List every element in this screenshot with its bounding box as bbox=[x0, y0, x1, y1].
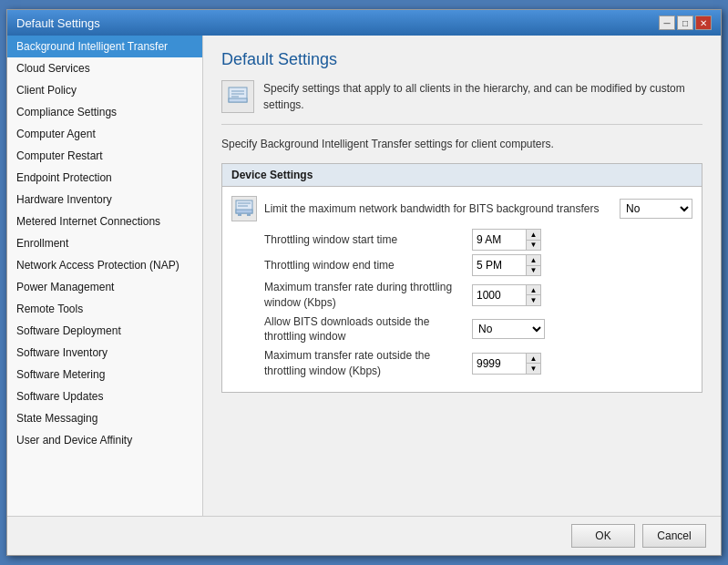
throttling-end-spinbox: ▲ ▼ bbox=[472, 254, 541, 276]
info-box: Specify settings that apply to all clien… bbox=[221, 80, 702, 125]
throttling-end-up-btn[interactable]: ▲ bbox=[526, 255, 540, 266]
max-transfer-throttling-btns: ▲ ▼ bbox=[526, 285, 540, 305]
allow-bits-select[interactable]: No Yes bbox=[472, 319, 545, 339]
sidebar-item-software-inventory[interactable]: Software Inventory bbox=[7, 342, 202, 364]
minimize-button[interactable]: ─ bbox=[659, 15, 675, 30]
sidebar-item-network-access-protection[interactable]: Network Access Protection (NAP) bbox=[7, 254, 202, 276]
max-transfer-throttling-row: Maximum transfer rate during throttling … bbox=[264, 280, 692, 311]
title-bar-buttons: ─ □ ✕ bbox=[659, 15, 712, 30]
throttling-end-label: Throttling window end time bbox=[264, 258, 465, 273]
svg-rect-10 bbox=[247, 213, 251, 216]
dialog-body: Background Intelligent TransferCloud Ser… bbox=[7, 36, 721, 516]
allow-bits-control: No Yes bbox=[472, 319, 545, 339]
max-transfer-outside-label: Maximum transfer rate outside the thrott… bbox=[264, 348, 465, 379]
sidebar-item-computer-restart[interactable]: Computer Restart bbox=[7, 145, 202, 167]
max-transfer-throttling-up-btn[interactable]: ▲ bbox=[526, 285, 540, 296]
description-text: Specify Background Intelligent Transfer … bbox=[221, 138, 702, 150]
throttling-end-down-btn[interactable]: ▼ bbox=[526, 266, 540, 276]
throttling-start-spinbox-btns: ▲ ▼ bbox=[526, 230, 540, 250]
max-transfer-outside-row: Maximum transfer rate outside the thrott… bbox=[264, 348, 692, 379]
throttling-start-row: Throttling window start time ▲ ▼ bbox=[264, 229, 692, 251]
max-transfer-outside-spinbox: ▲ ▼ bbox=[472, 353, 541, 375]
dialog-footer: OK Cancel bbox=[7, 516, 721, 555]
throttling-start-up-btn[interactable]: ▲ bbox=[526, 230, 540, 241]
ok-button[interactable]: OK bbox=[571, 524, 635, 548]
sidebar-item-enrollment[interactable]: Enrollment bbox=[7, 232, 202, 254]
bits-icon bbox=[231, 196, 257, 221]
settings-content: Limit the maximum network bandwidth for … bbox=[222, 187, 702, 392]
throttling-end-row: Throttling window end time ▲ ▼ bbox=[264, 254, 692, 276]
svg-rect-9 bbox=[238, 213, 241, 216]
sidebar-item-hardware-inventory[interactable]: Hardware Inventory bbox=[7, 189, 202, 211]
main-setting-control: No Yes bbox=[620, 199, 692, 219]
sidebar-item-compliance-settings[interactable]: Compliance Settings bbox=[7, 101, 202, 123]
throttling-start-input[interactable] bbox=[473, 230, 526, 250]
close-button[interactable]: ✕ bbox=[695, 15, 712, 30]
max-transfer-throttling-input[interactable] bbox=[473, 285, 526, 305]
sidebar-item-remote-tools[interactable]: Remote Tools bbox=[7, 298, 202, 320]
main-setting-row: Limit the maximum network bandwidth for … bbox=[231, 196, 692, 221]
max-transfer-outside-down-btn[interactable]: ▼ bbox=[526, 364, 540, 374]
sidebar-item-computer-agent[interactable]: Computer Agent bbox=[7, 123, 202, 145]
max-transfer-outside-input[interactable] bbox=[473, 354, 526, 374]
sidebar-item-client-policy[interactable]: Client Policy bbox=[7, 79, 202, 101]
sidebar-item-software-deployment[interactable]: Software Deployment bbox=[7, 320, 202, 342]
sidebar-item-state-messaging[interactable]: State Messaging bbox=[7, 407, 202, 429]
sidebar-item-power-management[interactable]: Power Management bbox=[7, 276, 202, 298]
sub-settings: Throttling window start time ▲ ▼ bbox=[231, 229, 692, 379]
allow-bits-label: Allow BITS downloads outside the throttl… bbox=[264, 314, 465, 345]
max-transfer-throttling-spinbox: ▲ ▼ bbox=[472, 284, 541, 306]
throttling-start-label: Throttling window start time bbox=[264, 232, 465, 248]
title-bar: Default Settings ─ □ ✕ bbox=[7, 10, 721, 36]
sidebar-item-software-updates[interactable]: Software Updates bbox=[7, 385, 202, 407]
sidebar-item-software-metering[interactable]: Software Metering bbox=[7, 364, 202, 385]
info-text: Specify settings that apply to all clien… bbox=[263, 80, 702, 113]
sidebar: Background Intelligent TransferCloud Ser… bbox=[7, 36, 203, 516]
cancel-button[interactable]: Cancel bbox=[642, 524, 706, 548]
throttling-start-down-btn[interactable]: ▼ bbox=[526, 241, 540, 251]
dialog-title: Default Settings bbox=[16, 16, 100, 30]
sidebar-item-metered-internet-connections[interactable]: Metered Internet Connections bbox=[7, 211, 202, 232]
main-content: Default Settings Specify settings that a… bbox=[203, 36, 721, 516]
maximize-button[interactable]: □ bbox=[677, 15, 693, 30]
throttling-end-input[interactable] bbox=[473, 255, 526, 275]
max-transfer-throttling-down-btn[interactable]: ▼ bbox=[526, 295, 540, 305]
throttling-start-spinbox: ▲ ▼ bbox=[472, 229, 541, 251]
max-transfer-outside-btns: ▲ ▼ bbox=[526, 354, 540, 374]
max-transfer-outside-up-btn[interactable]: ▲ bbox=[526, 354, 540, 365]
allow-bits-row: Allow BITS downloads outside the throttl… bbox=[264, 314, 692, 345]
max-transfer-throttling-label: Maximum transfer rate during throttling … bbox=[264, 280, 465, 311]
limit-bandwidth-select[interactable]: No Yes bbox=[620, 199, 692, 219]
sidebar-item-endpoint-protection[interactable]: Endpoint Protection bbox=[7, 167, 202, 189]
svg-rect-6 bbox=[236, 210, 252, 213]
sidebar-item-user-device-affinity[interactable]: User and Device Affinity bbox=[7, 429, 202, 451]
sidebar-item-cloud-services[interactable]: Cloud Services bbox=[7, 57, 202, 79]
page-title: Default Settings bbox=[221, 50, 702, 69]
default-settings-dialog: Default Settings ─ □ ✕ Background Intell… bbox=[6, 9, 722, 556]
throttling-end-spinbox-btns: ▲ ▼ bbox=[526, 255, 540, 275]
info-icon bbox=[221, 80, 254, 113]
device-settings-group: Device Settings bbox=[221, 163, 702, 393]
svg-rect-1 bbox=[229, 98, 247, 102]
main-setting-label: Limit the maximum network bandwidth for … bbox=[264, 201, 612, 217]
device-settings-header: Device Settings bbox=[222, 164, 702, 187]
sidebar-item-background-intelligent-transfer[interactable]: Background Intelligent Transfer bbox=[7, 36, 202, 57]
